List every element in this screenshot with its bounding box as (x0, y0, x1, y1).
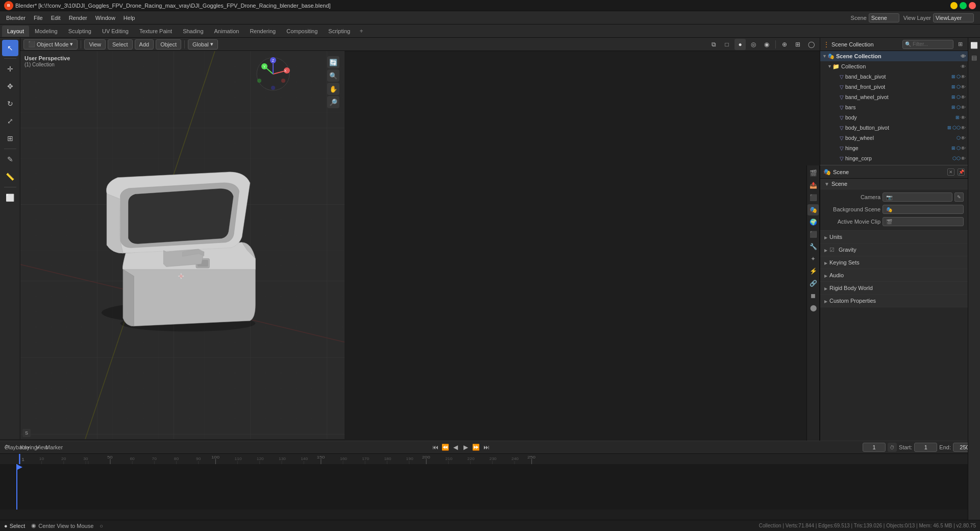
tab-rendering[interactable]: Rendering (244, 26, 281, 37)
outliner-item-band-back-pivot[interactable]: ▽ band_back_pivot ⊞ ⬡ 👁 (820, 71, 968, 82)
maximize-button[interactable] (960, 2, 967, 9)
props-modifier-tab[interactable]: 🔧 (807, 241, 819, 252)
camera-edit-btn[interactable]: ✎ (954, 192, 964, 202)
add-cube-tool[interactable]: ⬜ (2, 189, 18, 206)
outliner-item-body-button-pivot[interactable]: ▽ body_button_pivot ⊞ ⬡ ⬡ 👁 (820, 123, 968, 133)
jump-start-btn[interactable]: ⏮ (431, 443, 440, 452)
menu-blender[interactable]: Blender (2, 13, 30, 22)
props-data-tab[interactable]: ◼ (807, 290, 819, 301)
close-button[interactable] (969, 2, 976, 9)
scale-tool[interactable]: ⤢ (2, 113, 18, 129)
gizmo-zoom[interactable]: 🔍 (327, 69, 339, 82)
props-pin[interactable]: 📌 (958, 168, 965, 176)
play-reverse-btn[interactable]: ◀ (451, 443, 460, 452)
props-physics-tab[interactable]: ⚡ (807, 266, 819, 277)
viewport-shading-lpe[interactable]: ◎ (748, 39, 759, 50)
tab-compositing[interactable]: Compositing (281, 26, 323, 37)
props-scene-tab[interactable]: 🎭 (807, 204, 819, 215)
view-menu[interactable]: View (84, 39, 106, 50)
minimize-button[interactable] (950, 2, 958, 9)
props-particles-tab[interactable]: ✦ (807, 253, 819, 264)
move-tool[interactable]: ✥ (2, 78, 18, 94)
next-keyframe-btn[interactable]: ⏩ (472, 443, 481, 452)
props-output-tab[interactable]: 📤 (807, 180, 819, 191)
timeline-scrub-area[interactable] (0, 464, 980, 510)
outliner-item-band-wheel-pivot[interactable]: ▽ band_wheel_pivot ⊞ ⬡ 👁 (820, 92, 968, 102)
props-constraints-tab[interactable]: 🔗 (807, 278, 819, 289)
viewport-shading-solid[interactable]: ● (734, 39, 746, 50)
viewport-shading-wireframe[interactable]: □ (721, 39, 732, 50)
select-menu[interactable]: Select (108, 39, 133, 50)
add-workspace-button[interactable]: + (356, 26, 367, 37)
gizmo-move[interactable]: ✋ (327, 83, 339, 95)
visibility-icon-scene[interactable]: 👁 (961, 54, 966, 59)
transform-global[interactable]: Global ▾ (188, 39, 218, 50)
right-tool-2[interactable]: ▤ (969, 52, 980, 63)
menu-file[interactable]: File (30, 13, 47, 22)
viewport-3d[interactable]: User Perspective (1) Collection (20, 51, 345, 439)
outliner-item-scene-collection[interactable]: ▼ 🎭 Scene Collection 👁 (820, 51, 968, 61)
tab-modeling[interactable]: Modeling (30, 26, 63, 37)
play-btn[interactable]: ▶ (461, 443, 471, 452)
tab-sculpting[interactable]: Sculpting (63, 26, 96, 37)
menu-window[interactable]: Window (91, 13, 119, 22)
jump-end-btn[interactable]: ⏭ (482, 443, 491, 452)
annotate-tool[interactable]: ✎ (2, 151, 18, 167)
tab-layout[interactable]: Layout (2, 26, 29, 37)
tab-uv-editing[interactable]: UV Editing (97, 26, 134, 37)
outliner-filter[interactable]: ⊞ (955, 40, 965, 49)
props-object-tab[interactable]: ⬛ (807, 229, 819, 240)
tab-texture-paint[interactable]: Texture Paint (134, 26, 177, 37)
active-movie-clip-value[interactable]: 🎬 (883, 217, 964, 226)
tab-shading[interactable]: Shading (178, 26, 208, 37)
custom-properties-section-header[interactable]: Custom Properties (820, 295, 968, 307)
tab-scripting[interactable]: Scripting (323, 26, 355, 37)
transform-tool[interactable]: ⊞ (2, 130, 18, 147)
mode-selector[interactable]: ⬛ Object Mode ▾ (23, 39, 78, 50)
props-material-tab[interactable]: ⬤ (807, 302, 819, 313)
outliner-search[interactable]: 🔍 Filter... (902, 40, 953, 49)
viewport-shading-rendered[interactable]: ◉ (761, 39, 772, 50)
right-tool-1[interactable]: ⬜ (969, 40, 980, 51)
proportional-toggle[interactable]: ◯ (805, 39, 817, 50)
gravity-section-header[interactable]: ☑ Gravity (820, 244, 968, 256)
snap-toggle[interactable]: ⊞ (792, 39, 803, 50)
object-menu[interactable]: Object (156, 39, 181, 50)
props-view-layer-tab[interactable]: ⬛ (807, 192, 819, 203)
keying-sets-section-header[interactable]: Keying Sets (820, 256, 968, 269)
marker-menu[interactable]: Marker (50, 443, 59, 452)
outliner-item-hinge[interactable]: ▽ hinge ⊞ ⬡ 👁 (820, 143, 968, 153)
outliner-item-band-front-pivot[interactable]: ▽ band_front_pivot ⊞ ⬡ 👁 (820, 82, 968, 92)
gizmo-search[interactable]: 🔎 (327, 96, 339, 108)
measure-tool[interactable]: 📏 (2, 168, 18, 185)
start-frame-input[interactable]: 1 (914, 443, 937, 452)
outliner-item-body-wheel[interactable]: ▽ body_wheel ⬡ 👁 (820, 133, 968, 143)
camera-value[interactable]: 📷 (883, 192, 952, 202)
menu-edit[interactable]: Edit (47, 13, 65, 22)
prev-keyframe-btn[interactable]: ⏪ (441, 443, 450, 452)
cursor-tool[interactable]: ✛ (2, 61, 18, 77)
outliner-item-lens-l[interactable]: ▽ lens_l ⬡ 👁 (820, 163, 968, 165)
menu-help[interactable]: Help (119, 13, 139, 22)
rigid-body-world-section-header[interactable]: Rigid Body World (820, 282, 968, 294)
add-menu[interactable]: Add (135, 39, 154, 50)
tab-animation[interactable]: Animation (209, 26, 244, 37)
rotate-tool[interactable]: ↻ (2, 95, 18, 112)
props-render-tab[interactable]: 🎬 (807, 167, 819, 179)
gizmo-toggle[interactable]: ⊕ (779, 39, 790, 50)
background-scene-value[interactable]: 🎭 (883, 205, 964, 214)
menu-render[interactable]: Render (65, 13, 91, 22)
outliner-item-hinge-corp[interactable]: ▽ hinge_corp ⬡ ⬡ 👁 (820, 153, 968, 163)
outliner-item-collection[interactable]: ▼ 📁 Collection 👁 (820, 61, 968, 71)
audio-section-header[interactable]: Audio (820, 269, 968, 281)
props-close[interactable]: ✕ (947, 168, 954, 176)
viewport-overlays-btn[interactable]: ⧉ (708, 39, 719, 50)
gizmo-orbit[interactable]: 🔄 (327, 56, 339, 68)
timeline-playhead[interactable] (16, 464, 17, 510)
outliner-item-body[interactable]: ▽ body ⊞ 👁 (820, 112, 968, 123)
outliner-item-bars[interactable]: ▽ bars ⊞ ⬡ 👁 (820, 102, 968, 112)
props-world-tab[interactable]: 🌍 (807, 216, 819, 228)
select-tool[interactable]: ↖ (2, 40, 18, 56)
units-section-header[interactable]: Units (820, 231, 968, 243)
current-frame-display[interactable]: 1 (863, 443, 886, 452)
